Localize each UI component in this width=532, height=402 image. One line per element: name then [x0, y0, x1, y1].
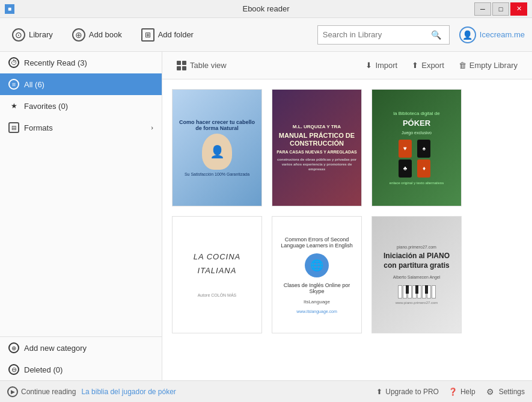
add-folder-icon: ⊞: [141, 28, 154, 42]
add-book-button[interactable]: ⊕ Add book: [67, 26, 127, 44]
settings-button[interactable]: ⚙ Settings: [485, 386, 525, 397]
book-cover-4: LA COCINA ITALIANA Autore COLÓN MÁS: [173, 217, 261, 333]
import-label: Import: [375, 61, 397, 70]
sidebar-bottom: ⊕ Add new category ⊖ Deleted (0): [0, 336, 162, 380]
sidebar-item-formats[interactable]: ▤ Formats ›: [0, 117, 162, 138]
library-label: Library: [29, 30, 53, 39]
book-card-6[interactable]: piano.primero27.com Iniciación al PIANO …: [371, 216, 462, 333]
add-folder-button[interactable]: ⊞ Add folder: [136, 26, 198, 44]
table-view-button[interactable]: Table view: [172, 58, 231, 73]
formats-icon: ▤: [8, 122, 19, 133]
upgrade-button[interactable]: ⬆ Upgrade to PRO: [376, 388, 439, 396]
export-label: Export: [421, 61, 444, 70]
upgrade-label: Upgrade to PRO: [385, 388, 439, 396]
book-cover-image-2: M.L. URQUIZA Y TRA MANUAL PRÁCTICO DE CO…: [272, 90, 361, 206]
minimize-button[interactable]: ─: [474, 2, 491, 16]
deleted-label: Deleted (0): [24, 365, 63, 374]
empty-library-label: Empty Library: [469, 61, 518, 70]
bottom-bar: ▶ Continue reading La biblia del jugador…: [0, 380, 532, 402]
book-cover-image-5: Common Errors of Second Language Learner…: [272, 217, 361, 333]
book-card-1[interactable]: Como hacer crecer tu cabello de forma Na…: [172, 89, 262, 206]
continue-reading-label: Continue reading: [21, 388, 76, 396]
toolbar: ⊙ Library ⊕ Add book ⊞ Add folder 🔍 👤 Ic…: [0, 18, 532, 52]
book-card-2[interactable]: M.L. URQUIZA Y TRA MANUAL PRÁCTICO DE CO…: [272, 89, 362, 206]
book-cover-2: M.L. URQUIZA Y TRA MANUAL PRÁCTICO DE CO…: [272, 90, 361, 206]
library-button[interactable]: ⊙ Library: [7, 26, 58, 44]
book-cover-1: Como hacer crecer tu cabello de forma Na…: [173, 90, 261, 206]
content-toolbar: Table view ⬇ Import ⬆ Export 🗑 Empty Lib…: [162, 52, 532, 79]
help-icon: ❓: [448, 388, 457, 396]
export-button[interactable]: ⬆ Export: [407, 58, 449, 72]
title-bar-left: ■: [5, 4, 14, 14]
books-grid: Como hacer crecer tu cabello de forma Na…: [162, 79, 532, 380]
help-label: Help: [460, 388, 475, 396]
add-category-label: Add new category: [24, 344, 87, 353]
app-title: Ebook reader: [242, 4, 289, 13]
close-button[interactable]: ✕: [510, 2, 527, 16]
book-card-3[interactable]: la Biblioteca digital de PÓKER Juego exc…: [371, 89, 462, 206]
export-icon: ⬆: [412, 61, 418, 70]
book-cover-6: piano.primero27.com Iniciación al PIANO …: [372, 217, 461, 333]
table-view-label: Table view: [190, 61, 227, 70]
user-label: Icecream.me: [480, 30, 525, 39]
add-category-icon: ⊕: [8, 342, 19, 353]
user-avatar: 👤: [459, 26, 476, 43]
settings-gear-icon: ⚙: [485, 386, 496, 397]
title-bar-controls: ─ □ ✕: [474, 2, 527, 16]
book-cover-image-1: Como hacer crecer tu cabello de forma Na…: [173, 90, 261, 206]
deleted-icon: ⊖: [8, 364, 19, 375]
add-book-icon: ⊕: [72, 28, 85, 42]
formats-label: Formats: [24, 123, 53, 132]
book-cover-image-6: piano.primero27.com Iniciación al PIANO …: [372, 217, 461, 333]
all-label: All (6): [24, 80, 44, 89]
add-book-label: Add book: [89, 30, 122, 39]
upgrade-icon: ⬆: [376, 388, 382, 396]
library-icon: ⊙: [12, 28, 25, 42]
user-button[interactable]: 👤 Icecream.me: [459, 26, 525, 43]
book-card-4[interactable]: LA COCINA ITALIANA Autore COLÓN MÁS: [172, 216, 262, 333]
import-button[interactable]: ⬇ Import: [361, 58, 402, 72]
add-folder-label: Add folder: [158, 30, 194, 39]
main-area: ⏱ Recently Read (3) ≡ All (6) ★ Favorite…: [0, 52, 532, 380]
clock-icon: ⏱: [8, 57, 19, 68]
book-cover-5: Common Errors of Second Language Learner…: [272, 217, 361, 333]
play-icon: ▶: [7, 386, 18, 397]
content-actions: ⬇ Import ⬆ Export 🗑 Empty Library: [361, 58, 522, 72]
sidebar: ⏱ Recently Read (3) ≡ All (6) ★ Favorite…: [0, 52, 162, 380]
cover-circle: 🌐: [305, 253, 329, 277]
sidebar-item-all[interactable]: ≡ All (6): [0, 73, 162, 95]
book-cover-image-4: LA COCINA ITALIANA Autore COLÓN MÁS: [173, 217, 261, 333]
all-icon: ≡: [8, 79, 19, 90]
title-bar: ■ Ebook reader ─ □ ✕: [0, 0, 532, 18]
search-box: 🔍: [317, 25, 450, 45]
sidebar-item-deleted[interactable]: ⊖ Deleted (0): [0, 359, 162, 380]
book-card-5[interactable]: Common Errors of Second Language Learner…: [272, 216, 362, 333]
book-cover-3: la Biblioteca digital de PÓKER Juego exc…: [372, 90, 461, 206]
search-input[interactable]: [323, 30, 431, 39]
trash-icon: 🗑: [459, 61, 466, 70]
sidebar-spacer: [0, 138, 162, 336]
search-icon: 🔍: [431, 30, 441, 40]
sidebar-item-favorites[interactable]: ★ Favorites (0): [0, 95, 162, 117]
favorites-label: Favorites (0): [24, 102, 68, 111]
book-cover-image-3: la Biblioteca digital de PÓKER Juego exc…: [372, 90, 461, 206]
recently-read-label: Recently Read (3): [24, 58, 87, 67]
sidebar-add-category[interactable]: ⊕ Add new category: [0, 337, 162, 359]
content-area: Table view ⬇ Import ⬆ Export 🗑 Empty Lib…: [162, 52, 532, 380]
empty-library-button[interactable]: 🗑 Empty Library: [454, 58, 522, 72]
reading-book-title: La biblia del jugador de póker: [81, 388, 176, 396]
chevron-right-icon: ›: [151, 124, 153, 131]
star-icon: ★: [8, 100, 19, 111]
import-icon: ⬇: [365, 61, 372, 70]
maximize-button[interactable]: □: [492, 2, 509, 16]
grid-view-icon: [177, 61, 186, 70]
help-button[interactable]: ❓ Help: [448, 388, 475, 396]
continue-reading-button[interactable]: ▶ Continue reading La biblia del jugador…: [7, 386, 176, 397]
sidebar-item-recently-read[interactable]: ⏱ Recently Read (3): [0, 52, 162, 73]
app-icon: ■: [5, 4, 14, 14]
settings-label: Settings: [499, 388, 525, 396]
